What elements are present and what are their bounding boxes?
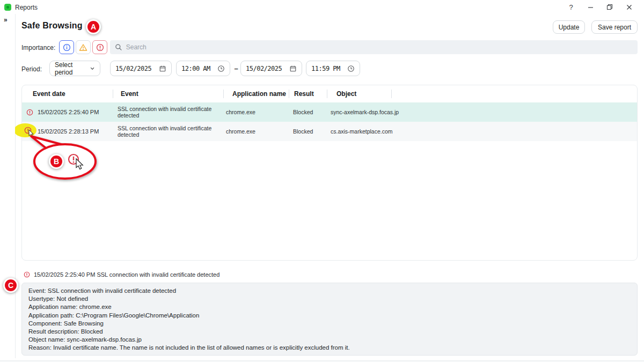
cell-result: Blocked <box>289 109 327 115</box>
calendar-icon <box>289 65 297 72</box>
close-icon <box>626 4 632 10</box>
cell-result: Blocked <box>289 128 327 135</box>
importance-warning-toggle[interactable] <box>76 40 91 54</box>
minimize-icon <box>588 4 594 10</box>
help-button[interactable]: ? <box>561 0 581 14</box>
cell-event: SSL connection with invalid certificate … <box>113 125 224 138</box>
close-button[interactable] <box>619 0 639 14</box>
search-icon <box>115 43 122 51</box>
column-header-event[interactable]: Event <box>113 85 224 102</box>
cell-event-date: 15/02/2025 2:25:40 PM <box>38 109 99 115</box>
detail-header: 15/02/2025 2:25:40 PM SSL connection wit… <box>24 271 219 278</box>
detail-panel: Event: SSL connection with invalid certi… <box>21 283 638 356</box>
date-to-field[interactable]: 15/02/2025 <box>240 61 302 76</box>
importance-filter-group <box>59 40 107 54</box>
reports-window: Reports ? » Safe Browsing Update Save re… <box>0 0 644 362</box>
detail-line: Application name: chrome.exe <box>28 303 631 311</box>
expand-sidebar-button[interactable]: » <box>4 16 7 24</box>
titlebar: Reports ? <box>0 0 644 14</box>
cell-application-name: chrome.exe <box>224 109 289 115</box>
save-report-button[interactable]: Save report <box>591 20 638 34</box>
annotation-b-badge: B <box>49 154 64 169</box>
column-header-result[interactable]: Result <box>289 85 327 102</box>
restore-button[interactable] <box>600 0 619 14</box>
time-from-field[interactable]: 12:00 AM <box>176 61 230 76</box>
table-row[interactable]: 15/02/2025 2:25:40 PM SSL connection wit… <box>22 102 637 122</box>
date-from-value: 15/02/2025 <box>115 65 151 72</box>
window-title: Reports <box>15 4 38 11</box>
column-header-application-name[interactable]: Application name <box>224 85 289 102</box>
detail-line: Object name: sync-axelmark-dsp.focas.jp <box>28 336 631 344</box>
importance-info-toggle[interactable] <box>59 40 74 54</box>
clock-icon <box>347 65 355 72</box>
sidebar-divider <box>15 14 16 358</box>
table-header-row: Event date Event Application name Result… <box>22 85 637 102</box>
page-title: Safe Browsing <box>21 21 83 31</box>
cell-object: cs.axis-marketplace.com <box>327 128 392 135</box>
chevron-down-icon <box>90 65 95 71</box>
update-button[interactable]: Update <box>553 20 585 34</box>
date-from-field[interactable]: 15/02/2025 <box>110 61 172 76</box>
detail-line: Reason: Invalid certificate name. The na… <box>28 344 631 352</box>
critical-icon <box>24 271 30 278</box>
app-logo-icon <box>4 4 11 11</box>
critical-icon <box>26 128 33 135</box>
detail-header-text: 15/02/2025 2:25:40 PM SSL connection wit… <box>34 271 219 278</box>
calendar-icon <box>159 65 166 72</box>
importance-critical-toggle[interactable] <box>92 40 107 54</box>
critical-icon <box>26 109 33 116</box>
column-header-event-date[interactable]: Event date <box>22 85 113 102</box>
cell-application-name: chrome.exe <box>224 128 289 135</box>
time-to-field[interactable]: 11:59 PM <box>306 61 360 76</box>
window-bottom-edge <box>0 360 644 361</box>
time-to-value: 11:59 PM <box>311 65 340 72</box>
detail-line: Event: SSL connection with invalid certi… <box>28 287 631 295</box>
search-input[interactable] <box>126 43 633 51</box>
annotation-a-badge: A <box>86 19 101 34</box>
cell-event: SSL connection with invalid certificate … <box>113 106 224 119</box>
time-from-value: 12:00 AM <box>181 65 210 72</box>
select-period-dropdown[interactable]: Select period <box>49 61 100 76</box>
table-row[interactable]: 15/02/2025 2:28:13 PM SSL connection wit… <box>22 122 637 141</box>
period-range-separator: – <box>233 64 239 72</box>
detail-line: Component: Safe Browsing <box>28 320 631 328</box>
search-field[interactable] <box>110 40 638 54</box>
annotation-c-badge: C <box>3 278 18 293</box>
importance-label: Importance: <box>21 44 55 51</box>
cell-object: sync-axelmark-dsp.focas.jp <box>327 109 392 115</box>
minimize-button[interactable] <box>581 0 600 14</box>
detail-line: Application path: C:\Program Files\Googl… <box>28 312 631 320</box>
column-header-filler <box>392 85 637 102</box>
info-icon <box>63 43 71 51</box>
date-to-value: 15/02/2025 <box>246 65 282 72</box>
detail-line: Result description: Blocked <box>28 328 631 336</box>
select-period-value: Select period <box>55 61 90 76</box>
clock-icon <box>217 65 225 72</box>
column-header-object[interactable]: Object <box>327 85 392 102</box>
detail-line: Usertype: Not defined <box>28 295 631 303</box>
period-label: Period: <box>21 65 42 73</box>
critical-icon <box>96 43 104 51</box>
events-table: Event date Event Application name Result… <box>21 85 638 261</box>
cell-event-date: 15/02/2025 2:28:13 PM <box>38 128 99 135</box>
restore-icon <box>606 4 613 10</box>
warning-icon <box>79 43 87 51</box>
